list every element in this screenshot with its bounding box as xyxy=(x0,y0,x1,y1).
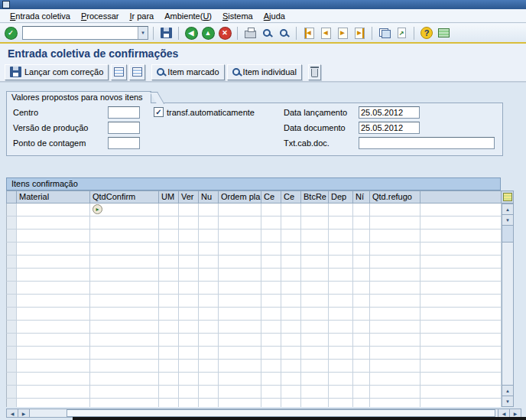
grid-cell[interactable] xyxy=(199,282,219,295)
hscroll-thumb[interactable] xyxy=(67,409,495,417)
save-icon[interactable] xyxy=(161,28,172,38)
new-session-icon[interactable] xyxy=(379,28,391,38)
grid-cell[interactable] xyxy=(90,295,159,308)
grid-cell[interactable] xyxy=(261,256,281,269)
grid-cell[interactable] xyxy=(219,269,261,282)
item-individual-button[interactable]: Item individual xyxy=(227,64,302,80)
grid-cell[interactable] xyxy=(199,334,219,347)
row-select-cell[interactable] xyxy=(6,386,17,399)
grid-cell[interactable] xyxy=(90,399,159,407)
grid-cell[interactable] xyxy=(90,386,159,399)
grid-cell[interactable] xyxy=(281,230,301,243)
grid-cell[interactable] xyxy=(370,386,420,399)
grid-cell[interactable] xyxy=(281,217,301,230)
grid-cell[interactable] xyxy=(90,269,159,282)
grid-cell[interactable] xyxy=(329,373,353,386)
grid-cell[interactable] xyxy=(219,243,261,256)
grid-cell[interactable] xyxy=(353,243,370,256)
grid-cell[interactable] xyxy=(261,282,281,295)
grid-cell[interactable] xyxy=(353,347,370,360)
grid-cell[interactable] xyxy=(219,334,261,347)
grid-cell[interactable] xyxy=(17,321,90,334)
grid-cell[interactable] xyxy=(353,217,370,230)
grid-cell[interactable] xyxy=(17,373,90,386)
grid-cell[interactable] xyxy=(199,360,219,373)
vscroll-track[interactable] xyxy=(502,243,513,385)
grid-cell[interactable] xyxy=(281,243,301,256)
grid-cell[interactable] xyxy=(353,321,370,334)
grid-cell[interactable] xyxy=(353,295,370,308)
grid-cell[interactable] xyxy=(261,373,281,386)
grid-cell[interactable] xyxy=(370,308,420,321)
count-point-input[interactable] xyxy=(108,137,140,149)
grid-cell[interactable] xyxy=(301,308,329,321)
grid-cell[interactable] xyxy=(353,308,370,321)
grid-cell[interactable] xyxy=(370,347,420,360)
grid-cell[interactable] xyxy=(261,321,281,334)
grid-cell[interactable] xyxy=(281,373,301,386)
grid-cell[interactable] xyxy=(179,217,199,230)
enter-icon[interactable]: ✓ xyxy=(5,27,18,40)
grid-cell[interactable] xyxy=(219,217,261,230)
grid-cell[interactable] xyxy=(281,321,301,334)
grid-cell[interactable] xyxy=(159,282,179,295)
doc-header-text-input[interactable] xyxy=(359,137,495,149)
grid-cell[interactable] xyxy=(261,269,281,282)
local-layout-icon[interactable] xyxy=(438,28,450,37)
grid-cell[interactable] xyxy=(199,230,219,243)
grid-cell[interactable] xyxy=(17,230,90,243)
grid-cell[interactable] xyxy=(301,243,329,256)
grid-cell[interactable] xyxy=(329,295,353,308)
grid-cell[interactable] xyxy=(353,256,370,269)
find-next-icon[interactable] xyxy=(280,29,287,37)
grid-cell[interactable] xyxy=(353,203,370,217)
grid-cell[interactable] xyxy=(90,217,159,230)
grid-cell[interactable] xyxy=(329,360,353,373)
grid-cell[interactable] xyxy=(90,347,159,360)
grid-cell[interactable] xyxy=(179,230,199,243)
grid-cell[interactable] xyxy=(179,373,199,386)
grid-cell[interactable] xyxy=(159,256,179,269)
grid-cell[interactable] xyxy=(370,295,420,308)
production-version-input[interactable] xyxy=(108,122,140,134)
grid-cell[interactable] xyxy=(219,203,261,217)
grid-cell[interactable] xyxy=(301,386,329,399)
grid-cell[interactable] xyxy=(159,217,179,230)
grid-cell[interactable] xyxy=(329,243,353,256)
row-select-cell[interactable] xyxy=(6,308,17,321)
grid-cell[interactable] xyxy=(159,360,179,373)
grid-cell[interactable] xyxy=(281,334,301,347)
grid-cell[interactable] xyxy=(301,347,329,360)
scroll-up-icon[interactable]: ▲ xyxy=(502,204,513,215)
grid-cell[interactable] xyxy=(329,282,353,295)
grid-cell[interactable] xyxy=(281,360,301,373)
grid-cell[interactable] xyxy=(199,217,219,230)
next-page-icon[interactable]: ▶ xyxy=(338,28,348,39)
grid-cell[interactable] xyxy=(90,360,159,373)
col-header-ver[interactable]: Ver xyxy=(179,190,199,203)
post-with-correction-button[interactable]: Lançar com correção xyxy=(5,64,109,80)
grid-cell[interactable] xyxy=(370,243,420,256)
grid-cell[interactable] xyxy=(90,256,159,269)
grid-cell[interactable] xyxy=(179,295,199,308)
grid-cell[interactable] xyxy=(301,295,329,308)
row-select-cell[interactable] xyxy=(6,282,17,295)
grid-cell[interactable] xyxy=(199,203,219,217)
grid-cell[interactable] xyxy=(159,269,179,282)
grid-cell[interactable] xyxy=(159,295,179,308)
col-header-ce[interactable]: Ce xyxy=(261,190,281,203)
grid-cell[interactable] xyxy=(159,308,179,321)
grid-cell[interactable] xyxy=(199,373,219,386)
grid-cell[interactable] xyxy=(281,386,301,399)
col-header-qtdconfirm[interactable]: QtdConfirm xyxy=(90,190,159,203)
row-select-cell[interactable] xyxy=(6,321,17,334)
col-header-ordem-pla[interactable]: Ordem pla xyxy=(219,190,261,203)
grid-cell[interactable] xyxy=(329,347,353,360)
grid-cell[interactable] xyxy=(261,230,281,243)
grid-cell[interactable] xyxy=(219,386,261,399)
grid-cell[interactable] xyxy=(261,334,281,347)
grid-cell[interactable] xyxy=(301,217,329,230)
grid-cell[interactable] xyxy=(17,269,90,282)
grid-cell[interactable] xyxy=(90,308,159,321)
grid-cell[interactable] xyxy=(219,373,261,386)
